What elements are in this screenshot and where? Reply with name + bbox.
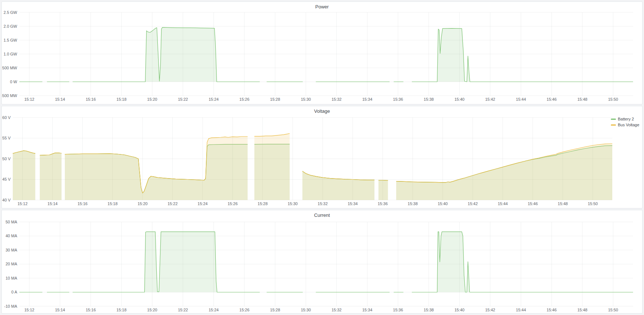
x-tick-label: 15:50 bbox=[608, 308, 618, 312]
x-tick-label: 15:36 bbox=[393, 308, 403, 312]
y-tick-label: 20 MA bbox=[5, 262, 17, 266]
x-tick-label: 15:24 bbox=[208, 97, 219, 101]
legend-item-battery-2[interactable]: Battery 2 bbox=[611, 117, 639, 121]
x-tick-label: 15:30 bbox=[288, 201, 298, 206]
x-tick-label: 15:48 bbox=[577, 97, 588, 101]
x-tick-label: 15:20 bbox=[147, 97, 157, 101]
y-tick-label: 60 V bbox=[2, 115, 11, 120]
series-line bbox=[19, 27, 633, 82]
x-tick-label: 15:30 bbox=[301, 97, 311, 101]
panel-title-voltage[interactable]: Voltage bbox=[2, 108, 642, 115]
x-tick-label: 15:46 bbox=[547, 308, 557, 312]
x-tick-label: 15:12 bbox=[24, 308, 35, 312]
x-tick-label: 15:30 bbox=[301, 308, 311, 312]
voltage-legend: Battery 2 Bus Voltage bbox=[611, 117, 639, 127]
x-tick-label: 15:28 bbox=[258, 201, 268, 206]
panel-current: Current 50 MA40 MA30 MA20 MA10 MA0 A-10 … bbox=[1, 210, 643, 314]
y-tick-label: 0 A bbox=[11, 290, 17, 294]
x-tick-label: 15:48 bbox=[558, 201, 568, 206]
y-tick-label: 10 MA bbox=[5, 276, 17, 280]
y-tick-label: 50 MA bbox=[5, 220, 17, 224]
y-tick-label: 0 W bbox=[10, 80, 17, 84]
x-tick-label: 15:38 bbox=[424, 97, 434, 101]
series-line bbox=[19, 232, 633, 292]
x-tick-label: 15:24 bbox=[198, 201, 208, 206]
x-tick-label: 15:16 bbox=[86, 308, 96, 312]
x-tick-label: 15:12 bbox=[24, 97, 35, 101]
x-tick-label: 15:28 bbox=[270, 308, 280, 312]
y-tick-label: 500 MW bbox=[2, 66, 17, 70]
x-tick-label: 15:16 bbox=[86, 97, 96, 101]
x-tick-label: 15:34 bbox=[362, 97, 372, 101]
x-tick-label: 15:28 bbox=[270, 97, 280, 101]
x-tick-label: 15:46 bbox=[528, 201, 538, 206]
x-tick-label: 15:48 bbox=[577, 308, 588, 312]
series-area bbox=[13, 134, 612, 200]
x-tick-label: 15:14 bbox=[47, 201, 58, 206]
x-tick-label: 15:14 bbox=[55, 97, 65, 101]
grafana-dashboard: { "page": { "background_color": "#f2f3f5… bbox=[0, 0, 644, 315]
x-tick-label: 15:44 bbox=[498, 201, 508, 206]
x-tick-label: 15:22 bbox=[178, 308, 188, 312]
x-tick-label: 15:38 bbox=[424, 308, 434, 312]
x-tick-label: 15:50 bbox=[608, 97, 618, 101]
x-tick-label: 15:40 bbox=[454, 97, 465, 101]
voltage-chart[interactable]: 60 V55 V50 V45 V40 V15:1215:1415:1615:18… bbox=[2, 115, 642, 207]
y-tick-label: 45 V bbox=[2, 177, 11, 181]
x-tick-label: 15:36 bbox=[378, 201, 388, 206]
x-tick-label: 15:20 bbox=[137, 201, 148, 206]
x-tick-label: 15:50 bbox=[588, 201, 598, 206]
y-tick-label: 1.5 GW bbox=[4, 38, 17, 42]
x-tick-label: 15:32 bbox=[318, 201, 328, 206]
x-tick-label: 15:22 bbox=[178, 97, 188, 101]
x-tick-label: 15:20 bbox=[147, 308, 157, 312]
x-tick-label: 15:26 bbox=[227, 201, 238, 206]
legend-label-bus-voltage: Bus Voltage bbox=[618, 123, 639, 127]
x-tick-label: 15:44 bbox=[516, 97, 526, 101]
power-chart[interactable]: 2.5 GW2.0 GW1.5 GW1.0 GW500 MW0 W-500 MW… bbox=[2, 11, 642, 103]
panel-title-current[interactable]: Current bbox=[2, 212, 642, 219]
x-tick-label: 15:24 bbox=[208, 308, 219, 312]
y-tick-label: -10 MA bbox=[4, 304, 17, 308]
y-tick-label: 1.0 GW bbox=[4, 52, 17, 56]
x-tick-label: 15:32 bbox=[332, 97, 342, 101]
series-area bbox=[19, 232, 633, 292]
y-tick-label: -500 MW bbox=[2, 93, 17, 98]
series-area bbox=[19, 27, 633, 82]
voltage-chart-svg: 60 V55 V50 V45 V40 V15:1215:1415:1615:18… bbox=[2, 115, 642, 207]
x-tick-label: 15:12 bbox=[17, 201, 28, 206]
power-chart-svg: 2.5 GW2.0 GW1.5 GW1.0 GW500 MW0 W-500 MW… bbox=[2, 11, 642, 103]
current-chart-svg: 50 MA40 MA30 MA20 MA10 MA0 A-10 MA15:121… bbox=[2, 219, 642, 312]
x-tick-label: 15:38 bbox=[408, 201, 418, 206]
x-tick-label: 15:14 bbox=[55, 308, 65, 312]
panel-title-power[interactable]: Power bbox=[2, 3, 642, 11]
x-tick-label: 15:40 bbox=[454, 308, 465, 312]
x-tick-label: 15:46 bbox=[547, 97, 557, 101]
current-chart[interactable]: 50 MA40 MA30 MA20 MA10 MA0 A-10 MA15:121… bbox=[2, 219, 642, 312]
legend-item-bus-voltage[interactable]: Bus Voltage bbox=[611, 123, 639, 127]
x-tick-label: 15:22 bbox=[168, 201, 178, 206]
panel-power: Power 2.5 GW2.0 GW1.5 GW1.0 GW500 MW0 W-… bbox=[1, 1, 643, 104]
x-tick-label: 15:34 bbox=[362, 308, 372, 312]
y-tick-label: 2.5 GW bbox=[4, 11, 17, 15]
x-tick-label: 15:18 bbox=[117, 97, 127, 101]
legend-label-battery-2: Battery 2 bbox=[618, 117, 634, 121]
x-tick-label: 15:18 bbox=[108, 201, 118, 206]
legend-swatch-bus-voltage-icon bbox=[611, 124, 616, 126]
x-tick-label: 15:26 bbox=[239, 97, 250, 101]
x-tick-label: 15:44 bbox=[516, 308, 526, 312]
x-tick-label: 15:40 bbox=[438, 201, 448, 206]
x-tick-label: 15:34 bbox=[348, 201, 358, 206]
y-tick-label: 2.0 GW bbox=[4, 24, 17, 28]
x-tick-label: 15:42 bbox=[485, 97, 495, 101]
x-tick-label: 15:18 bbox=[117, 308, 127, 312]
y-tick-label: 50 V bbox=[2, 157, 11, 161]
y-tick-label: 55 V bbox=[2, 136, 11, 140]
y-tick-label: 40 MA bbox=[5, 234, 17, 238]
x-tick-label: 15:36 bbox=[393, 97, 403, 101]
legend-swatch-battery-2-icon bbox=[611, 119, 616, 120]
panel-voltage: Voltage 60 V55 V50 V45 V40 V15:1215:1415… bbox=[1, 106, 643, 208]
x-tick-label: 15:42 bbox=[468, 201, 478, 206]
x-tick-label: 15:32 bbox=[332, 308, 342, 312]
x-tick-label: 15:42 bbox=[485, 308, 495, 312]
